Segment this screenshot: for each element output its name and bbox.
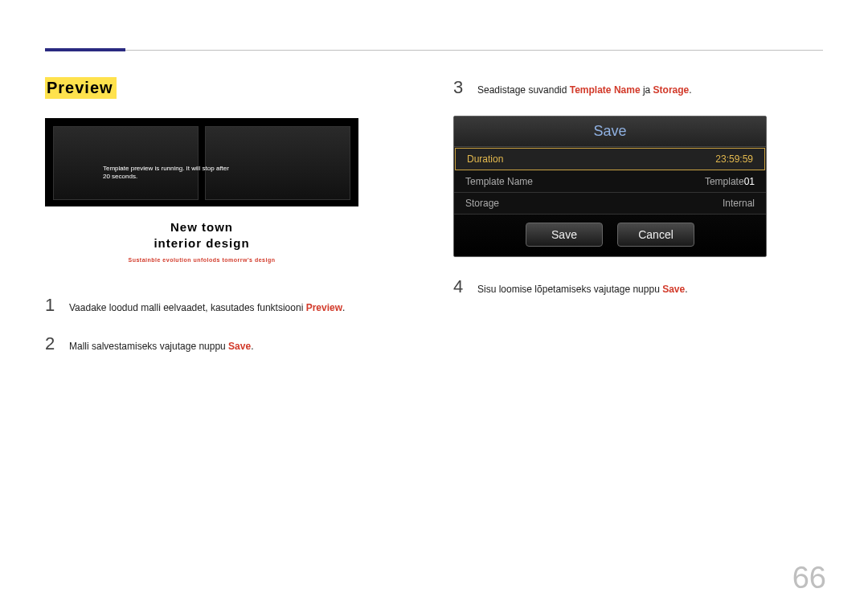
step-text: Sisu loomise lõpetamiseks vajutage nuppu…	[477, 280, 688, 296]
preview-heading-line-1: New town	[170, 220, 233, 234]
step-text-b: .	[689, 84, 691, 96]
preview-overlay-text: Template preview is running. It will sto…	[103, 165, 301, 182]
save-row-storage[interactable]: Storage Internal	[454, 193, 766, 215]
duration-value: 23:59:59	[715, 153, 753, 165]
page: Preview Template preview is running. It …	[0, 0, 868, 613]
template-prefix: Template	[705, 176, 744, 187]
step-number: 2	[45, 333, 58, 354]
step-text-b: .	[685, 284, 687, 295]
highlight-save: Save	[228, 341, 251, 352]
step-text: Malli salvestamiseks vajutage nuppu Save…	[69, 337, 253, 353]
overlay-line-2: 20 seconds.	[103, 173, 137, 180]
save-row-template-name[interactable]: Template Name Template01	[454, 171, 766, 193]
template-name-label: Template Name	[465, 176, 533, 187]
right-column: 3 Seadistage suvandid Template Name ja S…	[453, 77, 823, 372]
step-text-b: .	[251, 341, 253, 352]
step-text: Vaadake loodud malli eelvaadet, kasutade…	[69, 298, 345, 315]
preview-bottom-panel: New town interior design Sustainble evol…	[45, 206, 358, 279]
step-text-a: Sisu loomise lõpetamiseks vajutage nuppu	[477, 284, 662, 295]
step-number: 4	[453, 276, 466, 297]
template-suffix: 01	[744, 176, 755, 187]
template-name-value: Template01	[705, 176, 755, 187]
storage-label: Storage	[465, 198, 499, 209]
overlay-line-1: Template preview is running. It will sto…	[103, 165, 229, 172]
save-dialog-buttons: Save Cancel	[454, 215, 766, 256]
preview-heading: New town interior design	[45, 219, 358, 251]
horizontal-rule	[45, 50, 823, 51]
save-dialog-title: Save	[454, 116, 766, 147]
highlight-template-name: Template Name	[570, 84, 641, 96]
preview-pane-right	[205, 126, 350, 200]
highlight-storage: Storage	[653, 84, 690, 96]
accent-rule	[45, 48, 125, 51]
save-dialog: Save Duration 23:59:59 Template Name Tem…	[453, 116, 767, 257]
step-number: 3	[453, 77, 466, 98]
step-text-a: Seadistage suvandid	[477, 84, 570, 96]
step-text: Seadistage suvandid Template Name ja Sto…	[477, 80, 692, 97]
content-columns: Preview Template preview is running. It …	[45, 77, 823, 372]
page-number: 66	[792, 561, 826, 595]
step-number: 1	[45, 295, 58, 316]
cancel-button[interactable]: Cancel	[617, 223, 694, 247]
step-4: 4 Sisu loomise lõpetamiseks vajutage nup…	[453, 276, 823, 297]
step-2: 2 Malli salvestamiseks vajutage nuppu Sa…	[45, 333, 415, 354]
step-text-a: Vaadake loodud malli eelvaadet, kasutade…	[69, 302, 306, 313]
step-text-b: .	[342, 302, 345, 313]
preview-top-row	[53, 126, 350, 200]
save-button[interactable]: Save	[526, 223, 603, 247]
preview-screenshot: Template preview is running. It will sto…	[45, 118, 358, 279]
storage-value: Internal	[723, 198, 755, 209]
step-3: 3 Seadistage suvandid Template Name ja S…	[453, 77, 823, 98]
section-title: Preview	[45, 77, 117, 99]
left-column: Preview Template preview is running. It …	[45, 77, 415, 372]
highlight-preview: Preview	[306, 302, 342, 313]
step-text-mid: ja	[641, 84, 653, 96]
preview-heading-line-2: interior design	[154, 236, 249, 250]
preview-subline: Sustainble evolution unfolods tomorrw's …	[45, 257, 358, 263]
step-1: 1 Vaadake loodud malli eelvaadet, kasuta…	[45, 295, 415, 316]
step-text-a: Malli salvestamiseks vajutage nuppu	[69, 341, 228, 352]
duration-label: Duration	[467, 153, 503, 165]
highlight-save: Save	[662, 284, 685, 295]
preview-pane-left	[53, 126, 199, 200]
save-row-duration[interactable]: Duration 23:59:59	[455, 148, 765, 170]
